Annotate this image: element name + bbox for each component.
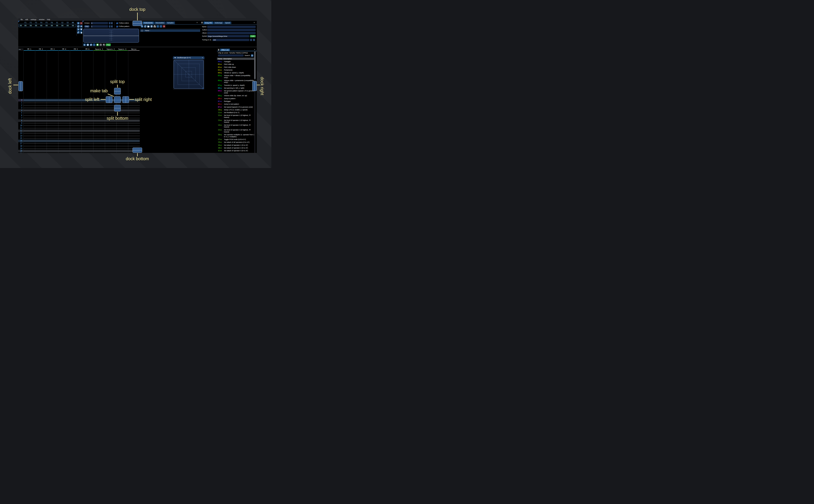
channel-header[interactable]: FM 2 <box>35 48 47 51</box>
effect-row[interactable]: 1Bxx Set attack of operator 2 (0 to 1F) <box>218 147 254 149</box>
effect-row[interactable]: 0Cxx Retrigger <box>218 100 254 102</box>
effect-row[interactable]: 00xy Arpeggio <box>218 61 254 63</box>
effect-row[interactable]: 19xx Set attack of all operators (0 to 1… <box>218 141 254 143</box>
order-duplicate-button[interactable] <box>77 25 80 28</box>
channel-header[interactable]: Square 1 <box>93 48 105 51</box>
channel-header[interactable]: FM 5 <box>70 48 81 51</box>
effect-row[interactable]: 06xy Volume slide + portamento (compatib… <box>218 80 254 84</box>
effect-row[interactable]: 0Dxx Jump to next pattern <box>218 103 254 105</box>
dock-left-target[interactable] <box>18 81 23 91</box>
channel-header[interactable]: Noise <box>128 48 140 51</box>
dock-right-target[interactable] <box>252 81 257 91</box>
metronome-button[interactable] <box>99 43 102 46</box>
system-input[interactable] <box>207 35 249 37</box>
menu-item[interactable]: settings <box>29 18 38 21</box>
dock-splitter[interactable] <box>18 47 257 47</box>
album-input[interactable] <box>207 32 256 34</box>
channel-header[interactable]: FM 6 <box>81 48 93 51</box>
octave-plus-button[interactable]: + <box>111 22 113 24</box>
effect-list-menu-button[interactable] <box>251 54 253 57</box>
order-remove-button[interactable]: − <box>80 22 83 25</box>
effect-row[interactable]: 03xx Portamento <box>218 69 254 71</box>
effect-row[interactable]: 08xy Set panning (x: left; y: right) <box>218 87 254 89</box>
split-top-target[interactable] <box>114 88 121 95</box>
menu-item[interactable]: window <box>38 18 46 21</box>
order-edit-mode-button[interactable] <box>80 31 83 34</box>
effect-row[interactable]: 14xx Set level of operator 3 (0 highest,… <box>218 124 254 128</box>
close-icon[interactable]: × <box>254 49 255 51</box>
tab-speed[interactable]: Speed <box>224 22 231 24</box>
play-button[interactable]: ▶ <box>83 43 86 46</box>
step-minus-button[interactable]: - <box>109 25 111 28</box>
effect-row[interactable]: 0Bxx Jump to pattern <box>218 98 254 100</box>
instrument-delete-button[interactable]: ✕ <box>163 25 165 28</box>
effect-row[interactable]: 1Axx Set attack of operator 1 (0 to 1F) <box>218 144 254 146</box>
dock-bottom-target[interactable] <box>132 148 142 153</box>
effect-search-input[interactable] <box>218 54 244 57</box>
channel-header[interactable]: Square 3 <box>116 48 128 51</box>
channel-header[interactable]: Square 2 <box>105 48 116 51</box>
octave-input[interactable] <box>91 22 108 24</box>
order-deep-clone-button[interactable] <box>77 31 80 34</box>
repeat-pattern-button[interactable]: ↻ <box>103 43 105 46</box>
effect-row[interactable]: 13xx Set level of operator 2 (0 highest,… <box>218 119 254 123</box>
play-pattern-button[interactable] <box>86 43 89 46</box>
order-add-button[interactable]: + <box>77 22 80 25</box>
order-cell[interactable]: 00 <box>65 25 70 27</box>
tab-song-info[interactable]: Song Info <box>203 22 213 24</box>
effect-row[interactable]: 0Fxx Set speed (speed 2 if no grooves ex… <box>218 106 254 108</box>
order-cell[interactable]: 00 <box>33 25 39 27</box>
effect-row[interactable]: 17xx Toggle PCM mode (LEGACY) <box>218 139 254 141</box>
order-cell[interactable]: 00 <box>44 25 49 27</box>
order-cell[interactable]: 00 <box>55 25 60 27</box>
author-input[interactable] <box>207 29 256 31</box>
instrument-duplicate-button[interactable] <box>144 25 146 28</box>
split-left-target[interactable] <box>106 96 112 103</box>
step-one-row-button[interactable]: ↓ <box>93 43 95 46</box>
oscilloscope-xy-window[interactable]: Oscilloscope (X-Y) × <box>173 56 204 90</box>
order-cell[interactable]: 00 <box>23 25 28 27</box>
name-input[interactable] <box>207 26 256 28</box>
menu-item[interactable]: file <box>19 18 24 21</box>
order-move-up-button[interactable] <box>80 25 83 28</box>
effect-list-scrollbar[interactable] <box>254 51 255 153</box>
instrument-move-down-button[interactable]: ↓ <box>160 25 162 28</box>
instrument-save-button[interactable] <box>150 25 153 28</box>
tuning-plus-button[interactable]: + <box>253 39 255 41</box>
tab-wavetables[interactable]: Wavetables <box>154 22 165 24</box>
follow-pattern-label[interactable]: Follow pattern <box>119 25 130 28</box>
instrument-list-item-none[interactable]: - None - <box>140 29 200 32</box>
instrument-open-button[interactable] <box>147 25 150 28</box>
effect-row[interactable]: 11xx Set feedback (0 to 7) <box>218 112 254 114</box>
effect-row[interactable]: 1Cxx Set attack of operator 3 (0 to 1F) <box>218 150 254 152</box>
scrollbar-thumb[interactable] <box>254 51 255 79</box>
tuning-input[interactable] <box>212 39 249 41</box>
tab-instruments[interactable]: Instruments <box>143 22 154 24</box>
play-from-cursor-button[interactable]: ▶ <box>90 43 92 46</box>
make-tab-target[interactable] <box>114 96 121 103</box>
step-plus-button[interactable]: + <box>111 25 113 28</box>
pattern-corner-button[interactable]: ++ <box>18 48 23 51</box>
channel-header[interactable]: FM 4 <box>58 48 70 51</box>
order-duplicate-end-button[interactable] <box>80 28 83 31</box>
collapse-icon[interactable] <box>218 49 219 51</box>
resize-grip-icon[interactable] <box>202 87 204 89</box>
close-icon[interactable]: × <box>254 22 255 24</box>
order-cell[interactable]: 00 <box>70 25 76 27</box>
effect-row[interactable]: 09xx Set groove pattern (speed 1 if no g… <box>218 90 254 94</box>
channel-header[interactable]: FM 1 <box>23 48 35 51</box>
effect-row[interactable]: 05xy Volume slide + vibrato (compatibili… <box>218 75 254 79</box>
tab-subsongs[interactable]: Subsongs <box>214 22 224 24</box>
split-bottom-target[interactable] <box>114 105 121 111</box>
channel-header[interactable]: FM 3 <box>47 48 58 51</box>
poly-toggle-button[interactable]: Poly <box>106 43 111 46</box>
close-icon[interactable]: × <box>196 22 198 24</box>
instrument-folder-view-button[interactable] <box>153 25 156 28</box>
system-auto-button[interactable]: Auto <box>250 35 256 37</box>
order-cell[interactable]: 00 <box>28 25 34 27</box>
collapse-icon[interactable] <box>201 22 203 24</box>
effect-row[interactable]: 04xy Vibrato (x: speed; y: depth) <box>218 72 254 74</box>
effect-row[interactable]: 10xy Setup LFO (x: enable; y: speed) <box>218 109 254 111</box>
menu-item[interactable]: edit <box>24 18 29 21</box>
order-cell[interactable]: 00 <box>49 25 55 27</box>
